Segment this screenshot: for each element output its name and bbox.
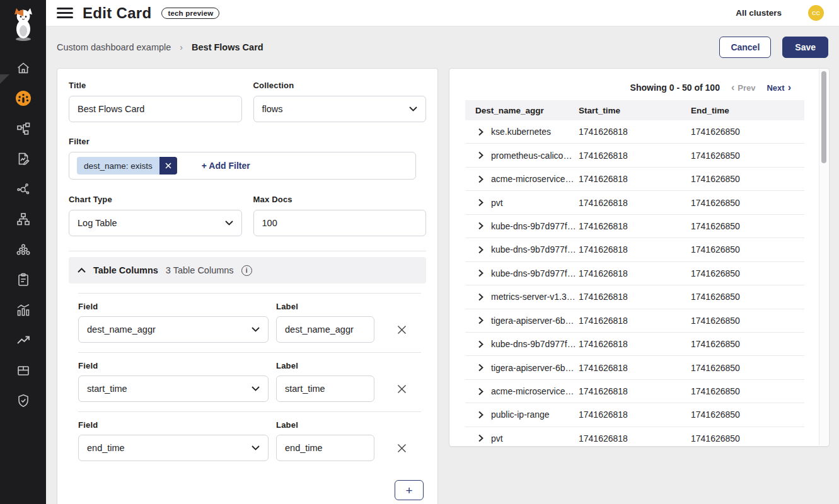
label-input[interactable] xyxy=(276,316,374,343)
expand-row-icon xyxy=(478,340,483,348)
sidebar-item-network-sets[interactable] xyxy=(11,204,36,234)
table-columns-title: Table Columns xyxy=(93,265,158,275)
field-select[interactable]: start_time xyxy=(78,375,269,402)
end-time-cell: 1741626850 xyxy=(691,151,804,161)
max-docs-input[interactable] xyxy=(253,210,427,236)
expand-row-icon xyxy=(478,411,483,419)
topbar: Edit Card tech preview All clusters CC xyxy=(46,0,839,26)
table-row[interactable]: pvt 1741626818 1741626850 xyxy=(465,191,804,214)
sidebar-item-nodes[interactable] xyxy=(11,174,36,204)
sidebar-item-service-graph[interactable] xyxy=(11,113,36,144)
pagination-bar: Showing 0 - 50 of 100 ‹ Prev Next › xyxy=(630,83,791,93)
divider xyxy=(78,293,421,294)
chevron-down-icon xyxy=(409,106,417,112)
end-time-cell: 1741626850 xyxy=(691,386,804,396)
table-row[interactable]: prometheus-calico… 1741626818 1741626850 xyxy=(465,144,804,167)
start-time-cell: 1741626818 xyxy=(579,268,691,278)
filter-label: Filter xyxy=(69,137,426,146)
start-time-cell: 1741626818 xyxy=(579,316,691,326)
table-row[interactable]: pvt 1741626818 1741626850 xyxy=(465,427,804,446)
table-columns-section-header[interactable]: Table Columns 3 Table Columns i xyxy=(69,257,426,284)
table-row[interactable]: kube-dns-9b7d977f… 1741626818 1741626850 xyxy=(465,238,804,261)
field-label: Field xyxy=(78,302,269,311)
collection-select[interactable]: flows xyxy=(253,96,427,122)
menu-toggle-button[interactable] xyxy=(57,7,73,20)
scrollbar-thumb[interactable] xyxy=(821,71,826,163)
column-header-start-time: Start_time xyxy=(579,106,691,115)
title-input[interactable] xyxy=(69,96,242,122)
remove-column-button[interactable] xyxy=(387,375,416,402)
end-time-cell: 1741626850 xyxy=(691,363,804,373)
column-field-group: Field start_time xyxy=(78,361,269,402)
table-row[interactable]: kube-dns-9b7d977f… 1741626818 1741626850 xyxy=(465,215,804,238)
sidebar-item-compliance[interactable] xyxy=(11,265,36,295)
avatar[interactable]: CC xyxy=(808,5,824,21)
field-select[interactable]: end_time xyxy=(78,435,269,461)
expand-row-icon xyxy=(478,387,483,396)
chevron-up-icon xyxy=(78,268,86,273)
table-header-row: Dest_name_aggr Start_time End_time xyxy=(465,100,804,120)
column-header-end-time: End_time xyxy=(691,106,804,115)
table-column-row: Field start_time Label xyxy=(78,352,421,402)
field-selected-value: start_time xyxy=(87,384,127,394)
home-icon xyxy=(16,60,31,76)
calico-cat-logo[interactable] xyxy=(9,5,37,42)
sidebar-item-policies[interactable] xyxy=(11,144,36,174)
dest-name-cell: pvt xyxy=(491,198,503,208)
label-input[interactable] xyxy=(276,375,374,402)
table-row[interactable]: tigera-apiserver-6b… 1741626818 17416268… xyxy=(465,309,804,333)
save-button[interactable]: Save xyxy=(782,37,828,58)
expand-row-icon xyxy=(478,198,483,207)
chevron-down-icon xyxy=(252,327,260,332)
field-select[interactable]: dest_name_aggr xyxy=(78,316,269,343)
table-columns-list: Field dest_name_aggr Label xyxy=(78,293,421,461)
table-row[interactable]: kube-dns-9b7d977f… 1741626818 1741626850 xyxy=(465,262,804,285)
chart-type-selected-value: Log Table xyxy=(78,218,117,228)
breadcrumb-parent-link[interactable]: Custom dashboard example xyxy=(57,42,171,52)
chart-type-field-group: Chart Type Log Table xyxy=(69,195,242,236)
chart-type-select[interactable]: Log Table xyxy=(69,210,242,236)
remove-filter-button[interactable] xyxy=(159,157,177,175)
page-title: Edit Card xyxy=(83,4,151,22)
remove-column-button[interactable] xyxy=(387,316,416,343)
cluster-selector[interactable]: All clusters xyxy=(736,8,782,18)
dest-name-cell: kube-dns-9b7d977f… xyxy=(491,221,576,231)
sitemap-icon xyxy=(16,212,31,227)
start-time-cell: 1741626818 xyxy=(579,221,691,231)
sidebar xyxy=(0,0,46,504)
table-row[interactable]: tigera-apiserver-6b… 1741626818 17416268… xyxy=(465,356,804,379)
filter-chip: dest_name: exists xyxy=(77,157,177,175)
breadcrumb-separator-icon: › xyxy=(180,42,183,52)
table-row[interactable]: kse.kubernetes 1741626818 1741626850 xyxy=(465,120,804,144)
sidebar-item-packet-capture[interactable] xyxy=(11,355,36,386)
start-time-cell: 1741626818 xyxy=(579,151,691,161)
breadcrumb: Custom dashboard example › Best Flows Ca… xyxy=(57,42,263,52)
title-label: Title xyxy=(69,81,242,90)
table-row[interactable]: metrics-server-v1.3… 1741626818 17416268… xyxy=(465,285,804,309)
sidebar-item-alerts[interactable] xyxy=(11,325,36,355)
trend-up-icon xyxy=(16,333,31,348)
sidebar-item-reports[interactable] xyxy=(11,295,36,325)
table-row[interactable]: acme-microservice… 1741626818 1741626850 xyxy=(465,168,804,191)
chart-type-label: Chart Type xyxy=(69,195,242,204)
results-scrollbar[interactable] xyxy=(819,69,828,445)
sidebar-item-home[interactable] xyxy=(11,53,36,83)
table-row[interactable]: kube-dns-9b7d977f… 1741626818 1741626850 xyxy=(465,333,804,356)
table-row[interactable]: public-ip-range 1741626818 1741626850 xyxy=(465,403,804,427)
remove-column-button[interactable] xyxy=(387,435,416,461)
next-button[interactable]: Next › xyxy=(767,83,791,93)
add-filter-button[interactable]: + Add Filter xyxy=(202,161,250,171)
title-field-group: Title xyxy=(69,81,242,122)
prev-button[interactable]: ‹ Prev xyxy=(731,83,756,93)
sidebar-item-threat-defense[interactable] xyxy=(11,386,36,416)
chevron-down-icon xyxy=(252,386,260,391)
end-time-cell: 1741626850 xyxy=(691,174,804,184)
sidebar-item-dashboards[interactable] xyxy=(11,83,36,113)
label-input[interactable] xyxy=(276,435,374,461)
info-icon[interactable]: i xyxy=(241,265,252,276)
sidebar-item-workloads[interactable] xyxy=(11,234,36,265)
cancel-button[interactable]: Cancel xyxy=(719,37,771,58)
filter-input-area[interactable]: dest_name: exists + Add Filter xyxy=(69,152,416,180)
table-row[interactable]: acme-microservice… 1741626818 1741626850 xyxy=(465,380,804,403)
add-column-button[interactable]: + xyxy=(395,480,424,500)
